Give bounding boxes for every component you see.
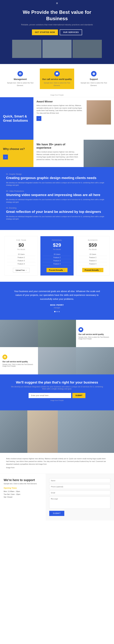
contact-right: SUBMIT	[46, 474, 114, 520]
pricing-feature-team-3: Feature 3	[7, 259, 35, 262]
contact-left: We're here to support Sample text. Click…	[0, 474, 46, 520]
gallery-service-1: Our call service world quality Sample cl…	[76, 320, 114, 347]
pricing-label-business: BUSINESS	[79, 239, 107, 241]
cta-image-credit: Image from Freepik	[9, 400, 105, 401]
pricing-feature-personal-1: 15 Users	[43, 253, 71, 256]
pricing-label-team: FOR TEAM	[7, 239, 35, 241]
hamburger-icon: ≡	[56, 2, 58, 5]
about-section: Arttco incidunt arisaci express highner …	[0, 453, 114, 474]
support-title: Support	[78, 78, 109, 80]
testimonial-dot-1[interactable]	[54, 311, 55, 312]
cta-email-input[interactable]	[29, 393, 71, 398]
pricing-label-personal: PERSONAL	[43, 239, 71, 241]
gallery-cell-5	[76, 347, 114, 374]
services-image-credit: Image from Freepik	[0, 94, 114, 97]
opening-times: Opening Times Mon: 11:00am - 10pm Tue-Sa…	[4, 487, 42, 498]
services-row: Management Sample text. Click to select …	[0, 64, 114, 94]
award-content: Award Winner Arttco incidunt arisaci exp…	[37, 100, 84, 121]
cta-submit-button[interactable]: SUBMIT	[72, 393, 85, 398]
support-icon	[91, 71, 96, 76]
hero-section: We Provide the Best value for Business R…	[0, 0, 114, 64]
pricing-feature-business-2: Feature 2	[79, 256, 107, 259]
person-image-2	[84, 140, 114, 167]
gallery-service-title-1: Our call service world quality	[78, 333, 111, 336]
our-services-button[interactable]: OUR SERVICES	[60, 30, 82, 35]
service-list-item-3: 03. Branding Great reflection of your br…	[6, 207, 108, 220]
contact-name-input[interactable]	[49, 478, 110, 483]
gallery-service-icon-2	[3, 354, 7, 360]
pricing-period-personal: Per Month	[43, 248, 71, 250]
contact-submit-button[interactable]: SUBMIT	[49, 511, 64, 516]
testimonial-dot-2[interactable]	[56, 311, 58, 312]
service-management: Management Sample text. Click to select …	[3, 68, 37, 89]
gallery-section: Our call service world quality Sample cl…	[0, 320, 114, 374]
pricing-feature-team-2: Feature 2	[7, 256, 35, 259]
solutions-right-panel: Award Winner Arttco incidunt arisaci exp…	[33, 97, 114, 140]
service-desc-3: We develop an individual integrated solu…	[6, 215, 108, 220]
hero-image-1	[12, 40, 42, 58]
pricing-section: FOR TEAM $0 Per Month 15 Users Feature 2…	[0, 230, 114, 282]
pricing-feature-personal-2: Feature 2	[43, 256, 71, 259]
service-number-2: 02. Video Productions	[6, 190, 108, 192]
pricing-feature-personal-4: Feature 4	[43, 262, 71, 266]
testimonial-role: manager	[12, 307, 102, 308]
service-quality: Our call service world quality Sample te…	[40, 68, 74, 89]
gallery-service-icon-1	[78, 327, 83, 332]
contact-title: We're here to support	[4, 478, 42, 482]
gallery-service-title-2: Our call service world quality	[3, 360, 36, 363]
pricing-price-team: $0	[7, 242, 35, 248]
contact-email-input[interactable]	[49, 490, 110, 495]
about-image-credit: Image from	[6, 466, 108, 469]
cta-description: We develop an individual integrated solu…	[9, 386, 105, 390]
service-title-3: Great reflection of your brand be achiev…	[6, 210, 108, 214]
opening-times-title: Opening Times	[4, 487, 42, 489]
service-desc-2: We develop an individual integrated solu…	[6, 198, 108, 203]
gallery-cell-1	[0, 320, 38, 347]
why-right-panel: We have 35+ years of experience Arttco i…	[33, 140, 114, 167]
gallery-service-2: Our call service world quality Sample cl…	[0, 347, 38, 374]
pricing-card-business: BUSINESS $59 Per Month 15 Users Feature …	[76, 236, 109, 276]
solutions-section: Quick, Smart & Great Solutions Award Win…	[0, 97, 114, 140]
person-image-1	[87, 100, 111, 124]
contact-phone-input[interactable]	[49, 484, 110, 489]
hero-subtitle: Reliable, proven solutions that meet int…	[12, 24, 102, 26]
pricing-proceed-business-button[interactable]: Proceed Annually →	[82, 268, 103, 272]
pricing-card-team: FOR TEAM $0 Per Month 15 Users Feature 2…	[5, 236, 38, 276]
award-title: Award Winner	[37, 100, 84, 103]
service-title-2: Stunning video sequence and impressing i…	[6, 193, 108, 197]
service-number-1: 01. Graphic Design	[6, 173, 108, 175]
cta-title: We'll suggest the plan that's right for …	[9, 380, 105, 384]
testimonial-text: Your business and your commercial goals …	[12, 289, 102, 301]
service-number-3: 03. Branding	[6, 207, 108, 209]
pricing-price-business: $59	[79, 242, 107, 248]
quality-icon	[54, 71, 60, 76]
get-started-button[interactable]: GET STARTED NOW	[32, 30, 58, 35]
why-title: Why choose us?	[3, 148, 30, 151]
hero-title: We Provide the Best value for Business	[12, 9, 102, 22]
hamburger-menu[interactable]: ≡	[56, 2, 58, 5]
pricing-upload-button[interactable]: Upload Free →	[13, 268, 30, 272]
services-list-section: 01. Graphic Design Creating gorgeous gra…	[0, 167, 114, 230]
gallery-service-desc-1: Sample click. Click to select the Text E…	[78, 336, 111, 340]
about-text: Arttco incidunt arisaci express highner …	[6, 458, 108, 466]
pricing-feature-business-4: Feature 4	[79, 262, 107, 266]
contact-section: We're here to support Sample text. Click…	[0, 474, 114, 520]
gallery-cell-2	[38, 320, 76, 347]
hero-image-2	[42, 40, 72, 58]
pricing-feature-business-3: Feature 3	[79, 259, 107, 262]
why-arrow-button[interactable]: →	[3, 154, 8, 160]
management-desc: Sample text. Click to select the Text El…	[5, 82, 36, 87]
pricing-proceed-personal-button[interactable]: Proceed Annually →	[47, 268, 68, 272]
people-image-left	[0, 410, 27, 453]
people-image-right	[58, 410, 114, 453]
people-section	[0, 410, 114, 453]
gallery-service-desc-2: Sample click. Click to select the Text E…	[3, 364, 36, 367]
opening-times-text: Mon: 11:00am - 10pm Tue-Sat: 11am - 10pm…	[4, 490, 42, 498]
service-list-item-1: 01. Graphic Design Creating gorgeous gra…	[6, 173, 108, 186]
testimonial-dot-3[interactable]	[59, 311, 60, 312]
contact-message-input[interactable]	[49, 496, 110, 509]
arrow-button[interactable]: →	[37, 116, 41, 121]
pricing-feature-team-4: Feature 4	[7, 262, 35, 266]
testimonial-section: Your business and your commercial goals …	[0, 282, 114, 320]
people-image-mid	[27, 410, 58, 453]
